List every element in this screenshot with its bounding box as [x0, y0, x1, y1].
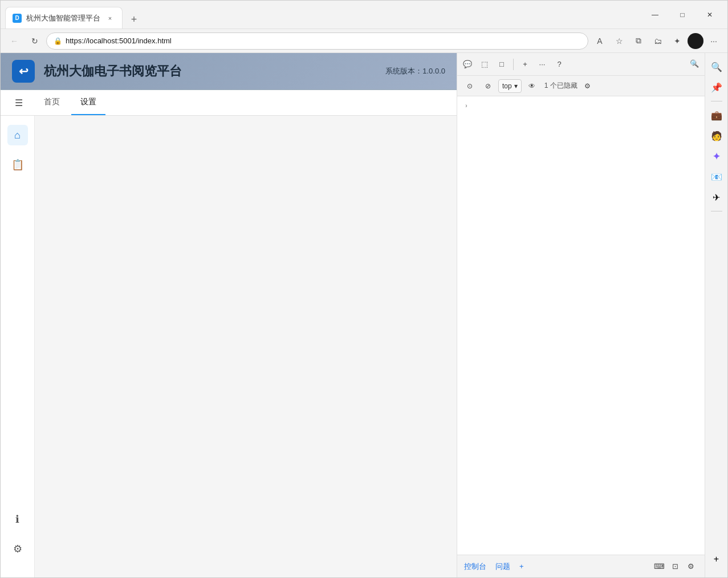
devtools-more-button[interactable]: ···	[534, 56, 550, 72]
ext-pin-button[interactable]: 📌	[707, 78, 726, 96]
refresh-button[interactable]: ↻	[26, 32, 44, 50]
profile-button[interactable]	[688, 33, 703, 49]
briefcase-icon: 💼	[711, 110, 722, 121]
browser-window: D 杭州大伽智能管理平台 × + — □ ✕ ←	[0, 0, 728, 578]
block-icon: ⊘	[485, 82, 491, 90]
minimize-button[interactable]: —	[642, 6, 668, 24]
devtools-help-button[interactable]: ?	[551, 56, 567, 72]
expand-arrow[interactable]: ›	[462, 101, 471, 110]
ext-briefcase-button[interactable]: 💼	[707, 106, 726, 124]
copilot-icon: ✦	[713, 151, 720, 162]
devtools-keyboard-icon[interactable]: ⌨	[652, 560, 666, 573]
nav-tab-settings[interactable]: 设置	[71, 90, 105, 115]
frame-selector[interactable]: top ▾	[498, 79, 522, 93]
translate-button[interactable]: A	[591, 32, 609, 50]
inspect-icon: ⬚	[481, 60, 488, 68]
favorites-button[interactable]: ☆	[610, 32, 628, 50]
nav-tab-home[interactable]: 首页	[35, 90, 69, 115]
app-nav: ☰ 首页 设置	[1, 90, 457, 116]
app-body: ⌂ 📋 ℹ ⚙	[1, 116, 457, 577]
devtools-device-button[interactable]: □	[494, 56, 510, 72]
ext-copilot-button[interactable]: ✦	[707, 147, 726, 165]
active-tab[interactable]: D 杭州大伽智能管理平台 ×	[5, 7, 123, 29]
devtools-search-button[interactable]: 🔍	[686, 55, 702, 71]
ext-outlook-button[interactable]: 📧	[707, 168, 726, 186]
tab-favicon: D	[13, 14, 22, 23]
devtools-inspect-button[interactable]: ⬚	[477, 56, 493, 72]
title-bar: D 杭州大伽智能管理平台 × + — □ ✕	[1, 1, 727, 29]
chevron-down-icon: ▾	[514, 82, 518, 90]
app-version: 系统版本：1.0.0.0	[385, 66, 445, 76]
app-sidebar: ⌂ 📋 ℹ ⚙	[1, 116, 35, 577]
console-button[interactable]: 控制台	[464, 561, 486, 572]
sidebar-settings-icon[interactable]: ⚙	[7, 539, 28, 559]
send-icon: ✈	[713, 192, 720, 203]
sidebar-info-icon[interactable]: ℹ	[7, 509, 28, 530]
issues-button[interactable]: 问题	[495, 561, 510, 572]
tab-title: 杭州大伽智能管理平台	[26, 13, 100, 23]
app-logo: ↩	[12, 60, 35, 83]
tab-close-button[interactable]: ×	[105, 13, 115, 23]
ext-sidebar: 🔍 📌 💼 🧑 ✦ 📧 ✈ +	[705, 53, 727, 577]
ext-separator2	[711, 211, 722, 211]
sidebar-home-icon[interactable]: ⌂	[7, 125, 28, 145]
outlook-icon: 📧	[711, 172, 722, 182]
ext-add-button[interactable]: +	[707, 550, 726, 568]
add-icon: +	[523, 60, 527, 68]
app-header: ↩ 杭州大伽电子书阅览平台 系统版本：1.0.0.0	[1, 53, 457, 90]
devtools-eye-button[interactable]: 👁	[524, 78, 540, 94]
comment-icon: 💬	[463, 60, 472, 68]
gear-icon: ⚙	[584, 82, 591, 90]
record-icon: ⊙	[467, 82, 473, 90]
more-icon: ···	[539, 60, 546, 68]
devtools-toolbar2: ⊙ ⊘ top ▾ 👁 1 个已隐藏 ⚙	[457, 76, 705, 96]
webpage-area: ↩ 杭州大伽电子书阅览平台 系统版本：1.0.0.0 ☰ 首页 设置 ⌂ �	[1, 53, 457, 577]
lock-icon: 🔒	[54, 37, 62, 45]
sidebar-toggle[interactable]: ⧉	[629, 32, 648, 50]
devtools-panel: 💬 ⬚ □ + ··· ? ×	[457, 53, 705, 577]
pin-icon: 📌	[711, 82, 722, 93]
add-panel-button[interactable]: +	[519, 562, 524, 571]
ext-separator	[711, 101, 722, 101]
sidebar-bottom: ℹ ⚙	[7, 509, 28, 568]
devtools-toolbar: 💬 ⬚ □ + ··· ? ×	[457, 53, 705, 76]
maximize-button[interactable]: □	[669, 6, 696, 24]
window-close-button[interactable]: ✕	[697, 6, 723, 24]
main-area: ↩ 杭州大伽电子书阅览平台 系统版本：1.0.0.0 ☰ 首页 设置 ⌂ �	[1, 53, 727, 577]
more-button[interactable]: ···	[705, 32, 723, 50]
app-title: 杭州大伽电子书阅览平台	[44, 63, 182, 80]
url-text: https://localhost:5001/index.html	[66, 36, 581, 45]
figure-icon: 🧑	[711, 131, 722, 141]
copilot-button[interactable]: ✦	[668, 32, 686, 50]
ext-magnify-button[interactable]: 🔍	[707, 58, 726, 76]
devtools-settings-icon[interactable]: ⚙	[684, 560, 698, 573]
tab-strip: D 杭州大伽智能管理平台 × +	[5, 1, 637, 29]
devtools-bottom-bar: 控制台 问题 + ⌨ ⊡ ⚙	[457, 555, 705, 577]
help-icon: ?	[557, 60, 561, 68]
devtools-screenshot-icon[interactable]: ⊡	[668, 560, 682, 573]
hamburger-menu[interactable]: ☰	[10, 93, 28, 112]
devtools-comment-button[interactable]: 💬	[459, 56, 475, 72]
window-controls: — □ ✕	[642, 6, 723, 24]
devtools-gear-button[interactable]: ⚙	[580, 78, 596, 94]
frame-label: top	[502, 82, 512, 90]
eye-icon: 👁	[528, 82, 535, 90]
ext-figure-button[interactable]: 🧑	[707, 127, 726, 145]
toolbar-separator	[513, 59, 514, 70]
sidebar-bookmark-icon[interactable]: 📋	[7, 154, 28, 175]
search-icon: 🔍	[690, 59, 699, 68]
collections-button[interactable]: 🗂	[649, 32, 667, 50]
devtools-content: ›	[457, 96, 705, 555]
devtools-block-button[interactable]: ⊘	[480, 78, 496, 94]
magnify-icon: 🔍	[711, 62, 722, 72]
new-tab-button[interactable]: +	[125, 10, 143, 29]
device-icon: □	[499, 60, 504, 68]
nav-bar: ← ↻ 🔒 https://localhost:5001/index.html …	[1, 29, 727, 53]
devtools-add-button[interactable]: +	[517, 56, 533, 72]
add-ext-icon: +	[714, 554, 719, 564]
devtools-record-button[interactable]: ⊙	[462, 78, 478, 94]
back-button[interactable]: ←	[5, 32, 23, 50]
address-bar[interactable]: 🔒 https://localhost:5001/index.html	[46, 32, 588, 50]
app-content	[35, 116, 457, 577]
ext-send-button[interactable]: ✈	[707, 188, 726, 206]
